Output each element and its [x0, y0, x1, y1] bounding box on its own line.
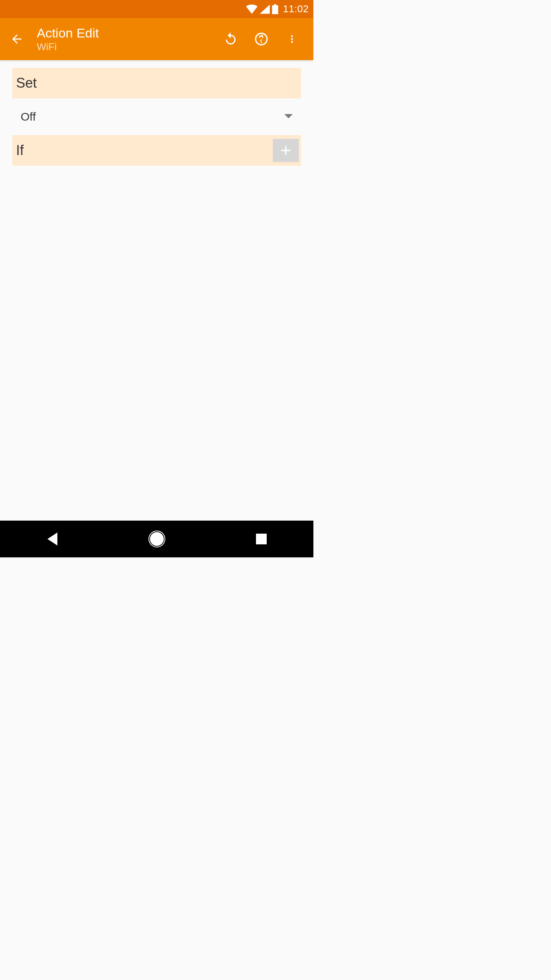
set-label: Set [16, 75, 37, 91]
app-bar-subtitle: WiFi [37, 41, 215, 53]
set-value-text: Off [21, 110, 36, 123]
overflow-menu-button[interactable] [277, 24, 307, 54]
nav-home-button[interactable] [138, 528, 176, 550]
status-bar: 11:02 [0, 0, 313, 18]
if-section-header: If [12, 135, 301, 166]
nav-back-button[interactable] [33, 528, 72, 550]
set-value-spinner[interactable]: Off [12, 98, 301, 135]
add-condition-button[interactable] [273, 139, 299, 162]
battery-icon [272, 4, 278, 14]
app-bar-title: Action Edit [37, 25, 215, 41]
svg-rect-1 [274, 4, 276, 5]
undo-button[interactable] [215, 24, 246, 54]
app-bar: Action Edit WiFi [0, 18, 313, 60]
back-button[interactable] [6, 28, 28, 50]
wifi-icon [246, 5, 258, 14]
app-bar-titles: Action Edit WiFi [37, 25, 215, 53]
nav-recent-button[interactable] [242, 528, 280, 550]
set-section-header: Set [12, 68, 301, 98]
svg-point-2 [150, 532, 164, 546]
svg-rect-0 [272, 5, 278, 14]
dropdown-caret-icon [284, 114, 293, 119]
svg-rect-4 [256, 534, 267, 544]
cell-signal-icon [260, 5, 270, 14]
content-area: Set Off If [0, 60, 313, 521]
help-button[interactable] [246, 24, 277, 54]
navigation-bar [0, 521, 313, 557]
if-label: If [16, 142, 24, 158]
status-bar-time: 11:02 [283, 3, 309, 15]
